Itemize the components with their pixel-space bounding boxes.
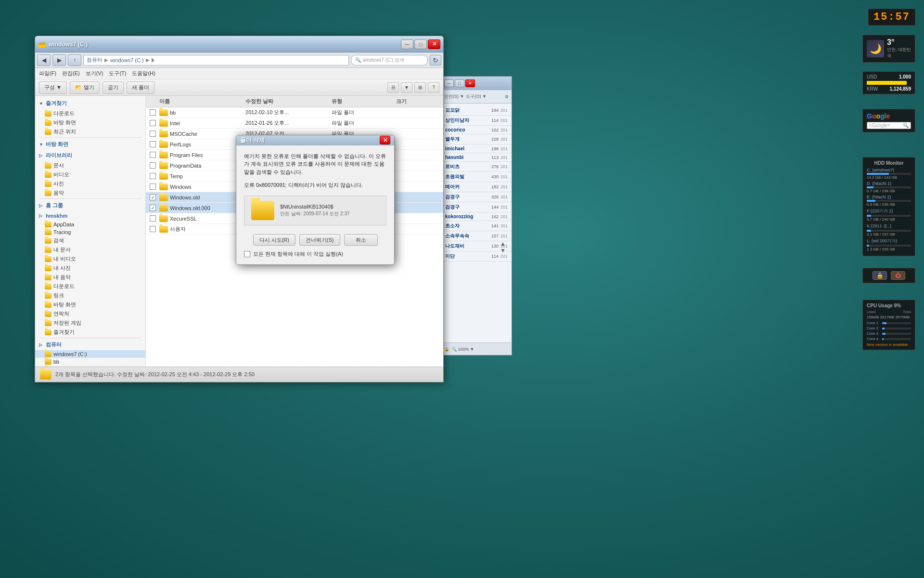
organize-button[interactable]: 구성 ▼ [39, 81, 67, 94]
file-checkbox[interactable] [150, 184, 156, 190]
view-list-button[interactable]: ☰ [387, 82, 399, 93]
col-name-header[interactable]: 이름 [159, 98, 245, 105]
retry-button[interactable]: 다시 시도(R) [253, 234, 295, 246]
trends-maximize-button[interactable]: □ [455, 79, 464, 87]
refresh-button[interactable]: ↻ [430, 55, 441, 66]
menu-edit[interactable]: 편집(E) [62, 70, 80, 77]
sidebar-item-desktop[interactable]: 바탕 화면 [35, 118, 145, 127]
file-checkbox[interactable] [150, 215, 156, 222]
forward-button[interactable]: ▶ [52, 54, 66, 66]
sidebar-item-favorites[interactable]: 즐겨찾기 [35, 328, 145, 337]
file-checkbox[interactable]: ✓ [150, 194, 156, 200]
sidebar-item-appdata[interactable]: AppData [35, 221, 145, 228]
col-type-header[interactable]: 유형 [332, 98, 396, 105]
help-button[interactable]: ? [428, 82, 439, 93]
lock-button[interactable]: 🔒 [873, 271, 887, 280]
sidebar-item-bb-drive[interactable]: bb [35, 358, 145, 366]
new-folder-button[interactable]: 새 폴더 [127, 81, 154, 94]
burn-button[interactable]: 굽기 [103, 81, 124, 94]
file-checkbox[interactable] [150, 226, 156, 232]
minimize-button[interactable]: ─ [401, 39, 413, 49]
sidebar-section-computer[interactable]: ▷ 컴퓨터 [35, 339, 145, 350]
trend-name[interactable]: kokorozzing [445, 214, 488, 219]
sidebar-item-links[interactable]: 링크 [35, 291, 145, 300]
sidebar-item-c-drive[interactable]: windows7 (C:) [35, 350, 145, 358]
view-details-button[interactable]: ⊞ [414, 82, 426, 93]
trends-minimize-button[interactable]: ─ [444, 79, 454, 87]
sidebar-section-favorites[interactable]: ▼ 즐겨찾기 [35, 98, 145, 109]
open-button[interactable]: 📂 열기 [70, 81, 100, 94]
sidebar-item-contacts[interactable]: 연락처 [35, 309, 145, 318]
trend-down-arrow[interactable]: ▼ [500, 247, 506, 254]
google-search-box[interactable]: =Google= 🔍 [867, 122, 911, 129]
sidebar-item-music[interactable]: 음악 [35, 188, 145, 197]
up-button[interactable]: ↑ [68, 54, 81, 66]
view-dropdown-button[interactable]: ▼ [401, 82, 412, 93]
apply-all-checkbox[interactable] [244, 251, 250, 257]
sidebar-item-downloads[interactable]: 다운로드 [35, 109, 145, 118]
search-box[interactable]: 🔍 windows7 (C:) 검색 [351, 55, 428, 66]
sidebar-section-libraries[interactable]: ▷ 라이브러리 [35, 150, 145, 161]
file-checkbox[interactable] [150, 120, 156, 126]
menu-tools[interactable]: 도구(T) [109, 70, 126, 77]
trend-name[interactable]: hasunbi [445, 155, 488, 160]
sidebar-item-mymusic[interactable]: 내 음악 [35, 273, 145, 282]
table-row[interactable]: bb 2012-02-10 오후... 파일 폴더 [146, 107, 443, 118]
maximize-button[interactable]: □ [414, 39, 427, 49]
trend-name[interactable]: 별두개 [445, 136, 488, 143]
sidebar-item-myphotos[interactable]: 내 사진 [35, 263, 145, 273]
trend-name[interactable]: 검경구 [445, 204, 488, 210]
file-checkbox[interactable] [150, 162, 156, 169]
sidebar-item-mydownloads[interactable]: 다운로드 [35, 282, 145, 291]
close-button[interactable]: ✕ [428, 39, 440, 49]
sidebar-item-search[interactable]: 검색 [35, 236, 145, 245]
path-drive[interactable]: windows7 (C:) [110, 57, 144, 63]
trend-name[interactable]: 나도재비 [445, 243, 488, 250]
sidebar-item-mydesktop[interactable]: 바탕 화면 [35, 300, 145, 309]
sidebar-section-user[interactable]: ▷ hmskhm [35, 211, 145, 221]
trend-name[interactable]: 로비츠 [445, 163, 488, 170]
sidebar-item-recent[interactable]: 최근 위치 [35, 127, 145, 136]
menu-help[interactable]: 도움말(H) [132, 70, 155, 77]
path-computer[interactable]: 컴퓨터 [87, 56, 103, 64]
address-path[interactable]: 컴퓨터 ▶ windows7 (C:) ▶ [83, 55, 349, 66]
trend-name[interactable]: cocorico [445, 127, 488, 132]
skip-button[interactable]: 건너뛰기(S) [299, 234, 340, 246]
col-size-header[interactable]: 크기 [396, 98, 439, 105]
sidebar-section-desktop[interactable]: ▼ 바탕 화면 [35, 139, 145, 150]
sidebar-item-videos[interactable]: 비디오 [35, 170, 145, 179]
trend-up-arrow[interactable]: ▲ [500, 240, 506, 247]
sidebar-item-savedgames[interactable]: 저장된 게임 [35, 318, 145, 328]
sidebar-item-photos[interactable]: 사진 [35, 179, 145, 188]
table-row[interactable]: Intel 2012-01-26 오후... 파일 폴더 [146, 118, 443, 129]
sidebar-item-myvideos[interactable]: 내 비디오 [35, 254, 145, 263]
trend-name[interactable]: 검경구 [445, 194, 488, 200]
file-checkbox[interactable] [150, 173, 156, 179]
trend-name[interactable]: 초소자 [445, 223, 488, 229]
trend-name[interactable]: 꼬꼬닭 [445, 107, 488, 114]
file-checkbox[interactable] [150, 109, 156, 116]
menu-file[interactable]: 파일(F) [39, 70, 56, 77]
power-off-button[interactable]: ⏻ [891, 271, 905, 280]
zoom-dropdown-icon[interactable]: ▼ [470, 347, 475, 352]
file-checkbox[interactable]: ✓ [150, 205, 156, 211]
sidebar-item-tracing[interactable]: Tracing [35, 228, 145, 236]
sidebar-item-docs[interactable]: 문서 [35, 161, 145, 170]
menu-view[interactable]: 보기(V) [86, 70, 103, 77]
trend-name[interactable]: 메어커 [445, 184, 488, 190]
trend-name[interactable]: 상인미남자 [445, 117, 488, 124]
back-button[interactable]: ◀ [37, 54, 51, 66]
sidebar-item-mydocs[interactable]: 내 문서 [35, 245, 145, 254]
trend-name[interactable]: 소속무속속 [445, 233, 488, 239]
col-date-header[interactable]: 수정한 날짜 [245, 98, 332, 105]
cancel-button[interactable]: 취소 [344, 234, 378, 246]
dialog-close-button[interactable]: ✕ [380, 136, 390, 144]
trend-name[interactable]: imichael [445, 146, 488, 151]
trend-name[interactable]: 이단 [445, 253, 488, 260]
trends-close-button[interactable]: ✕ [465, 79, 475, 87]
file-checkbox[interactable] [150, 131, 156, 137]
file-checkbox[interactable] [150, 141, 156, 147]
file-checkbox[interactable] [150, 152, 156, 158]
sidebar-section-homegroup[interactable]: ▷ 홈 그룹 [35, 200, 145, 211]
trend-name[interactable]: 초원의빛 [445, 173, 488, 180]
